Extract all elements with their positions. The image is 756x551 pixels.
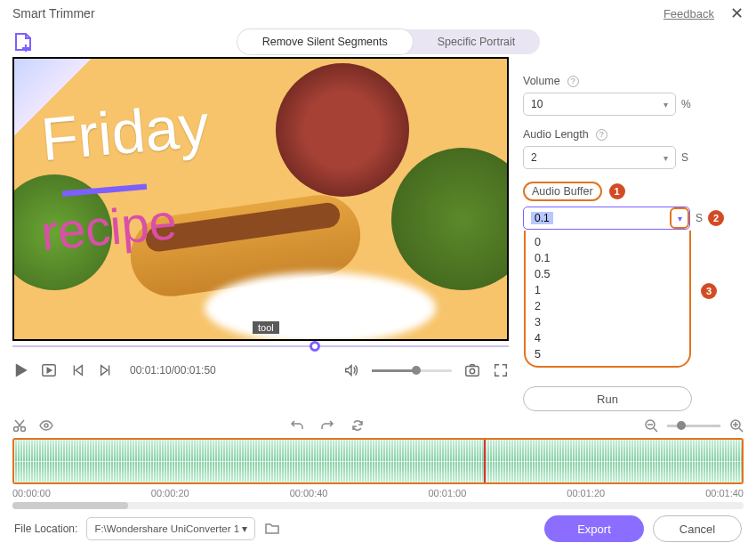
- volume-icon[interactable]: [343, 362, 359, 378]
- folder-icon[interactable]: [264, 521, 280, 537]
- tick-label: 00:00:00: [12, 488, 51, 498]
- svg-point-5: [44, 424, 48, 427]
- eye-icon[interactable]: [39, 418, 53, 433]
- playback-controls: 00:01:10/00:01:50: [12, 352, 509, 389]
- title-bar: Smart Trimmer Feedback ✕: [0, 0, 756, 27]
- audio-buffer-option[interactable]: 0.5: [526, 266, 689, 282]
- snapshot-icon[interactable]: [464, 362, 480, 378]
- svg-rect-1: [466, 367, 479, 377]
- tab-remove-silent[interactable]: Remove Silent Segments: [237, 29, 413, 54]
- volume-slider[interactable]: [372, 369, 452, 372]
- footer: File Location: F:\Wondershare UniConvert…: [0, 515, 756, 542]
- chevron-down-icon: ▾: [664, 100, 668, 109]
- tick-label: 00:01:20: [567, 488, 605, 498]
- annotation-badge-2: 2: [708, 210, 724, 226]
- preview-pane: Friday ⎯⎯ recipe tool 00:01:10/00:01:50: [12, 57, 509, 411]
- audio-buffer-value: 0.1: [531, 212, 553, 224]
- top-row: Remove Silent Segments Specific Portrait: [0, 27, 756, 57]
- audio-buffer-dropdown: 00.10.512345: [524, 231, 691, 368]
- audio-length-select[interactable]: 2▾: [523, 146, 676, 169]
- tick-label: 00:00:20: [151, 488, 189, 498]
- playhead[interactable]: [484, 438, 486, 484]
- timecode: 00:01:10/00:01:50: [130, 364, 216, 377]
- play-icon[interactable]: [12, 362, 28, 378]
- audio-buffer-option[interactable]: 0.1: [526, 250, 689, 266]
- audio-buffer-option[interactable]: 0: [526, 234, 689, 250]
- audio-buffer-option[interactable]: 3: [526, 314, 689, 330]
- timeline-scrollbar[interactable]: [12, 502, 744, 509]
- undo-icon[interactable]: [290, 418, 304, 433]
- export-button[interactable]: Export: [544, 515, 644, 542]
- preview-tooltip: tool: [253, 321, 279, 334]
- next-frame-icon[interactable]: [98, 362, 114, 378]
- mode-toggle: Remove Silent Segments Specific Portrait: [237, 29, 541, 54]
- volume-label: Volume: [523, 75, 560, 87]
- refresh-icon[interactable]: [350, 418, 365, 433]
- chevron-down-icon: ▾: [664, 153, 668, 163]
- svg-point-3: [14, 427, 19, 432]
- waveform[interactable]: [12, 438, 744, 484]
- zoom-out-icon[interactable]: [644, 418, 658, 433]
- help-icon[interactable]: ?: [596, 129, 607, 141]
- window-title: Smart Trimmer: [12, 6, 95, 20]
- annotation-badge-1: 1: [609, 183, 625, 199]
- overlay-text-2: recipe: [39, 190, 212, 262]
- close-icon[interactable]: ✕: [730, 4, 744, 23]
- chevron-down-icon: ▾: [242, 523, 247, 535]
- timeline-ticks: 00:00:0000:00:2000:00:4000:01:0000:01:20…: [12, 484, 744, 498]
- audio-buffer-label: Audio Buffer: [532, 185, 593, 198]
- tick-label: 00:00:40: [290, 488, 328, 498]
- zoom-in-icon[interactable]: [729, 418, 744, 433]
- run-button[interactable]: Run: [523, 386, 692, 411]
- audio-buffer-option[interactable]: 4: [526, 330, 689, 346]
- prev-frame-icon[interactable]: [69, 362, 85, 378]
- chevron-down-icon[interactable]: ▾: [670, 207, 689, 229]
- fullscreen-icon[interactable]: [493, 362, 509, 378]
- file-location-label: File Location:: [14, 523, 77, 535]
- audio-buffer-select[interactable]: 0.1 ▾ 00.10.512345: [523, 207, 690, 230]
- audio-buffer-option[interactable]: 5: [526, 346, 689, 362]
- tick-label: 00:01:00: [428, 488, 466, 498]
- add-media-button[interactable]: [12, 31, 34, 53]
- audio-buffer-label-highlight: Audio Buffer: [523, 182, 602, 201]
- audio-buffer-unit: S: [696, 212, 703, 224]
- timeline: 00:00:0000:00:2000:00:4000:01:0000:01:20…: [0, 411, 756, 509]
- file-location-select[interactable]: F:\Wondershare UniConverter 1▾: [86, 517, 255, 540]
- preview-progress[interactable]: [12, 341, 509, 352]
- redo-icon[interactable]: [320, 418, 334, 433]
- tick-label: 00:01:40: [705, 488, 744, 498]
- video-preview[interactable]: Friday ⎯⎯ recipe tool: [12, 57, 509, 341]
- svg-point-4: [21, 427, 26, 432]
- zoom-slider[interactable]: [667, 425, 720, 427]
- cancel-button[interactable]: Cancel: [653, 515, 742, 542]
- svg-point-2: [470, 369, 474, 373]
- audio-length-unit: S: [681, 151, 688, 164]
- audio-length-label: Audio Length: [523, 128, 589, 141]
- feedback-link[interactable]: Feedback: [664, 7, 714, 20]
- settings-panel: Volume? 10▾ % Audio Length? 2▾ S Audio B…: [523, 57, 744, 411]
- cut-icon[interactable]: [12, 418, 27, 433]
- tab-specific-portrait[interactable]: Specific Portrait: [413, 29, 541, 54]
- volume-unit: %: [681, 98, 691, 110]
- audio-buffer-option[interactable]: 2: [526, 298, 689, 314]
- step-play-icon[interactable]: [41, 362, 57, 378]
- audio-buffer-option[interactable]: 1: [526, 282, 689, 298]
- volume-select[interactable]: 10▾: [523, 93, 676, 116]
- help-icon[interactable]: ?: [567, 76, 579, 87]
- annotation-badge-3: 3: [701, 283, 717, 299]
